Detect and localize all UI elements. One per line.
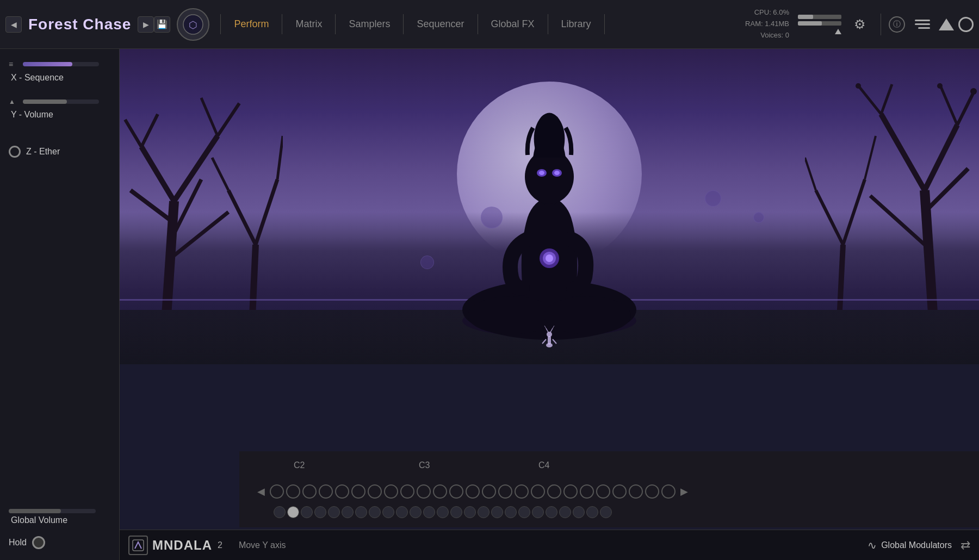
page-dot-21[interactable] bbox=[546, 506, 557, 518]
x-lines-icon: ≡ bbox=[9, 60, 18, 69]
voices-label: Voices: 0 bbox=[745, 30, 789, 41]
tab-matrix[interactable]: Matrix bbox=[282, 14, 336, 34]
tab-global-fx[interactable]: Global FX bbox=[478, 14, 548, 34]
svg-line-23 bbox=[941, 87, 957, 125]
page-dot-20[interactable] bbox=[532, 506, 544, 518]
main-area: ≡ X - Sequence ▲ Y - Volume Z - Ether bbox=[0, 49, 979, 560]
svg-line-28 bbox=[843, 179, 865, 245]
page-dot-9[interactable] bbox=[382, 506, 394, 518]
ram-meter bbox=[798, 21, 841, 26]
note-dot-13[interactable] bbox=[466, 484, 480, 499]
note-dot-1[interactable] bbox=[270, 484, 284, 499]
svg-rect-48 bbox=[548, 336, 551, 345]
nav-tabs: Perform Matrix Samplers Sequencer Global… bbox=[220, 14, 745, 34]
svg-line-50 bbox=[553, 339, 556, 344]
page-dot-15[interactable] bbox=[464, 506, 476, 518]
page-dot-14[interactable] bbox=[450, 506, 462, 518]
page-dot-19[interactable] bbox=[518, 506, 530, 518]
triangle-icon[interactable] bbox=[939, 18, 954, 30]
page-dot-2[interactable] bbox=[287, 506, 299, 518]
note-dot-24[interactable] bbox=[645, 484, 659, 499]
page-dot-1[interactable] bbox=[274, 506, 286, 518]
tab-library[interactable]: Library bbox=[548, 14, 605, 34]
note-prev-button[interactable]: ◀ bbox=[255, 485, 268, 498]
svg-line-49 bbox=[542, 339, 546, 344]
x-slider[interactable] bbox=[23, 62, 99, 66]
note-dot-5[interactable] bbox=[335, 484, 349, 499]
note-dot-18[interactable] bbox=[547, 484, 561, 499]
vertical-divider bbox=[881, 14, 881, 35]
page-dot-8[interactable] bbox=[369, 506, 381, 518]
note-dot-6[interactable] bbox=[351, 484, 365, 499]
orb-3 bbox=[420, 256, 434, 269]
page-dot-7[interactable] bbox=[355, 506, 367, 518]
note-dot-16[interactable] bbox=[515, 484, 529, 499]
note-dot-4[interactable] bbox=[319, 484, 333, 499]
page-dot-6[interactable] bbox=[342, 506, 354, 518]
svg-line-10 bbox=[218, 103, 239, 136]
page-dot-4[interactable] bbox=[314, 506, 326, 518]
page-dot-23[interactable] bbox=[573, 506, 585, 518]
z-label: Z - Ether bbox=[26, 147, 60, 157]
page-dot-13[interactable] bbox=[437, 506, 449, 518]
page-dot-25[interactable] bbox=[600, 506, 612, 518]
hold-button[interactable] bbox=[32, 536, 45, 549]
svg-line-19 bbox=[881, 114, 925, 190]
note-dot-25[interactable] bbox=[661, 484, 676, 499]
info-icon[interactable]: ⓘ bbox=[889, 16, 905, 33]
page-dot-18[interactable] bbox=[505, 506, 517, 518]
global-vol-slider[interactable] bbox=[9, 509, 96, 513]
tab-perform[interactable]: Perform bbox=[220, 14, 282, 34]
global-modulators[interactable]: ∿ Global Modulators bbox=[868, 539, 952, 552]
note-dot-19[interactable] bbox=[563, 484, 578, 499]
y-slider[interactable] bbox=[23, 99, 99, 104]
prev-preset-button[interactable]: ◀ bbox=[5, 16, 22, 33]
circle-icon[interactable] bbox=[958, 17, 974, 32]
y-control-group: ▲ Y - Volume bbox=[9, 98, 110, 120]
note-dot-15[interactable] bbox=[498, 484, 512, 499]
note-next-button[interactable]: ▶ bbox=[678, 485, 691, 498]
note-dot-14[interactable] bbox=[482, 484, 496, 499]
page-dot-24[interactable] bbox=[586, 506, 598, 518]
logo-text: MNDALA bbox=[152, 538, 212, 553]
logo-small: MNDALA 2 bbox=[128, 536, 222, 555]
page-dot-17[interactable] bbox=[491, 506, 503, 518]
page-dot-5[interactable] bbox=[328, 506, 340, 518]
note-dot-9[interactable] bbox=[400, 484, 414, 499]
settings-icon[interactable]: ⚙ bbox=[850, 15, 870, 34]
menu-lines-icon[interactable] bbox=[915, 20, 930, 29]
tab-samplers[interactable]: Samplers bbox=[336, 14, 404, 34]
page-dot-11[interactable] bbox=[410, 506, 422, 518]
z-circle-icon bbox=[9, 146, 21, 158]
note-dot-2[interactable] bbox=[286, 484, 300, 499]
note-dot-22[interactable] bbox=[612, 484, 627, 499]
note-dot-17[interactable] bbox=[531, 484, 545, 499]
save-button[interactable]: 💾 bbox=[154, 16, 170, 33]
next-preset-button[interactable]: ▶ bbox=[138, 16, 154, 33]
y-slider-fill bbox=[23, 99, 67, 104]
page-dot-3[interactable] bbox=[301, 506, 313, 518]
page-dot-12[interactable] bbox=[423, 506, 435, 518]
note-dot-11[interactable] bbox=[433, 484, 447, 499]
note-dot-10[interactable] bbox=[417, 484, 431, 499]
note-dot-20[interactable] bbox=[580, 484, 594, 499]
tab-sequencer[interactable]: Sequencer bbox=[404, 14, 478, 34]
shuffle-icon[interactable]: ⇄ bbox=[961, 538, 970, 552]
svg-line-24 bbox=[859, 87, 881, 114]
page-dot-16[interactable] bbox=[478, 506, 490, 518]
x-label: X - Sequence bbox=[9, 73, 110, 83]
note-dot-21[interactable] bbox=[596, 484, 610, 499]
note-dot-12[interactable] bbox=[449, 484, 463, 499]
x-slider-fill bbox=[23, 62, 72, 66]
triangle-indicator bbox=[835, 29, 841, 34]
page-dot-10[interactable] bbox=[396, 506, 408, 518]
note-dot-3[interactable] bbox=[302, 484, 317, 499]
global-vol-section: Global Volume bbox=[9, 498, 110, 525]
page-dot-22[interactable] bbox=[559, 506, 571, 518]
svg-line-25 bbox=[881, 84, 892, 114]
svg-point-42 bbox=[539, 171, 544, 175]
svg-line-22 bbox=[957, 92, 974, 125]
note-dot-7[interactable] bbox=[368, 484, 382, 499]
note-dot-8[interactable] bbox=[384, 484, 398, 499]
note-dot-23[interactable] bbox=[629, 484, 643, 499]
